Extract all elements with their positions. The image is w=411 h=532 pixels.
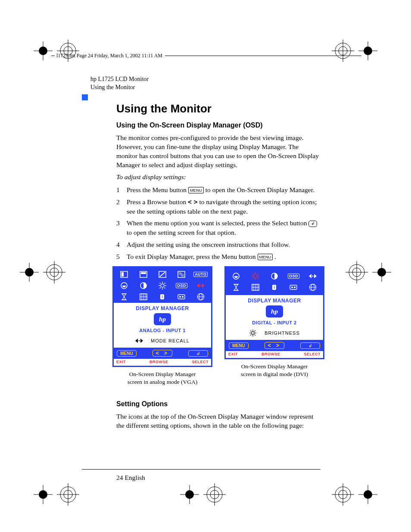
osd-browse-label: BROWSE <box>149 360 168 364</box>
svg-point-111 <box>291 286 293 288</box>
registration-mark-icon <box>202 482 227 507</box>
osd-auto-icon: AUTO <box>195 270 206 279</box>
svg-marker-86 <box>135 339 138 343</box>
svg-point-17 <box>47 264 62 280</box>
svg-point-43 <box>339 490 347 499</box>
step-5: 5 To exit Display Manager, press the Men… <box>116 252 321 261</box>
osd-select-label: SELECT <box>304 352 321 356</box>
intro-paragraph: The monitor comes pre-configured to prov… <box>116 134 321 170</box>
svg-point-21 <box>349 264 364 280</box>
registration-mark-icon <box>55 482 81 507</box>
header-slug: l1725.fm Page 24 Friday, March 1, 2002 1… <box>50 53 361 59</box>
osd-footer-labels: EXIT BROWSE SELECT <box>114 359 211 366</box>
svg-point-46 <box>364 490 372 499</box>
svg-line-98 <box>257 274 258 274</box>
osd-browse-label: BROWSE <box>262 352 280 356</box>
page: l1725.fm Page 24 Friday, March 1, 2002 1… <box>0 0 411 532</box>
menu-button-icon: MENU <box>258 254 273 260</box>
registration-mark-icon <box>330 482 356 507</box>
osd-title-label: DISPLAY MANAGER <box>114 303 211 311</box>
svg-line-96 <box>257 278 258 279</box>
osd-button-row: MENU < > ↲ <box>226 340 323 351</box>
section-title: Using the Monitor <box>116 102 321 115</box>
osd-osd-icon: OSD <box>176 281 187 290</box>
svg-rect-50 <box>121 272 124 277</box>
osd-brightness-icon <box>157 281 168 290</box>
osd-vposition-icon <box>138 270 149 279</box>
svg-point-32 <box>64 490 72 499</box>
osd-recall-mini-icon <box>135 337 143 344</box>
osd-selected-row: BRIGHTNESS <box>226 328 323 340</box>
svg-point-72 <box>200 285 201 286</box>
osd-title-label: DISPLAY MANAGER <box>226 295 323 304</box>
svg-point-25 <box>377 268 386 277</box>
osd-osd-icon: OSD <box>288 272 299 280</box>
osd-color-icon <box>176 292 187 301</box>
osd-clock-icon <box>157 270 168 279</box>
svg-point-116 <box>252 332 255 335</box>
registration-mark-icon <box>55 38 81 64</box>
svg-point-35 <box>185 490 194 499</box>
osd-select-label: SELECT <box>192 360 209 364</box>
crop-mark-icon <box>20 263 39 282</box>
svg-point-81 <box>179 296 181 298</box>
select-button-icon: ↲ <box>308 221 317 227</box>
subsection-title-settings: Setting Options <box>116 400 321 408</box>
to-adjust-label: To adjust display settings: <box>116 173 321 182</box>
running-head-line2: Using the Monitor <box>90 84 321 92</box>
osd-brightness-mini-icon <box>249 330 257 336</box>
crop-mark-icon <box>180 485 199 504</box>
svg-point-28 <box>39 490 47 499</box>
osd-hourglass-icon <box>230 283 242 292</box>
running-head-line1: hp L1725 LCD Monitor <box>90 75 321 84</box>
svg-line-69 <box>164 283 165 284</box>
svg-point-11 <box>364 47 372 55</box>
osd-brightness-icon <box>250 272 261 280</box>
settings-paragraph: The icons at the top of the On-Screen Di… <box>116 412 321 430</box>
osd-hposition-icon <box>118 270 130 279</box>
footer-rule <box>82 469 321 470</box>
crop-mark-icon <box>358 485 377 504</box>
osd-hourglass-icon <box>118 292 130 301</box>
osd-menu-button-icon: MENU <box>117 350 137 357</box>
svg-line-121 <box>251 331 252 332</box>
osd-selected-label: MODE RECALL <box>151 338 190 343</box>
svg-marker-87 <box>140 339 143 343</box>
osd-input-digital-label: DIGITAL - INPUT 2 <box>226 319 323 328</box>
osd-panel-digital: OSD i DISPLAY MANAGER hp DIGITAL - INPUT… <box>224 266 324 359</box>
svg-point-42 <box>335 487 351 502</box>
svg-line-67 <box>164 288 165 289</box>
osd-panel-analog: AUTO OSD i <box>112 266 212 367</box>
header-slug-text: l1725.fm Page 24 Friday, March 1, 2002 1… <box>56 53 162 59</box>
osd-browse-button-icon: < > <box>153 350 172 357</box>
osd-select-button-icon: ↲ <box>300 342 320 349</box>
step-1: 1 Press the Menu button MENU to open the… <box>116 185 321 195</box>
svg-point-102 <box>312 276 313 277</box>
osd-contrast-icon <box>138 281 149 290</box>
document-body: hp L1725 LCD Monitor Using the Monitor U… <box>82 75 321 433</box>
svg-line-68 <box>159 288 160 289</box>
osd-exit-label: EXIT <box>116 360 126 364</box>
svg-line-124 <box>255 331 255 332</box>
osd-browse-button-icon: < > <box>265 342 284 349</box>
osd-brightcontrast-icon <box>230 272 242 280</box>
svg-point-88 <box>139 340 140 342</box>
svg-line-54 <box>160 272 165 277</box>
svg-rect-110 <box>290 285 297 289</box>
hp-logo-icon: hp <box>154 313 171 325</box>
svg-point-82 <box>182 296 184 298</box>
svg-point-0 <box>39 47 47 55</box>
osd-recall-icon <box>195 281 206 290</box>
registration-mark-icon <box>344 259 370 285</box>
osd-button-row: MENU < > ↲ <box>114 348 211 359</box>
crop-mark-icon <box>34 485 53 504</box>
menu-button-icon: MENU <box>188 187 204 193</box>
svg-line-122 <box>255 335 255 336</box>
osd-select-button-icon: ↲ <box>188 350 208 357</box>
osd-sharpness-icon <box>250 283 261 292</box>
svg-line-95 <box>252 274 253 274</box>
osd-contrast-icon <box>269 272 280 280</box>
osd-language-icon <box>307 283 318 292</box>
svg-marker-101 <box>314 274 317 278</box>
step-2: 2 Press a Browse button < > to navigate … <box>116 197 321 216</box>
